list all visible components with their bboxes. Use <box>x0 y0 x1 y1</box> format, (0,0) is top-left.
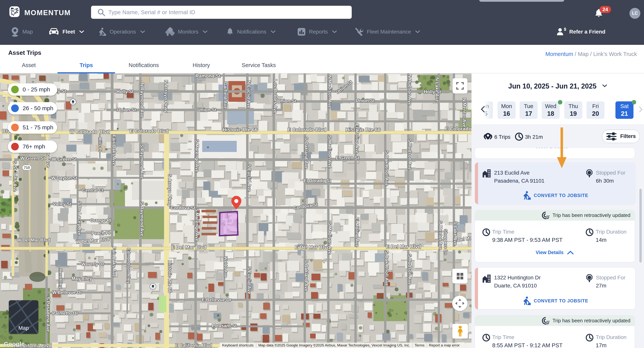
svg-text:Pleasant St: Pleasant St <box>212 323 236 328</box>
svg-text:S Oak Knoll Ave: S Oak Knoll Ave <box>384 251 390 286</box>
svg-text:E Colorado Blvd: E Colorado Blvd <box>288 127 326 132</box>
svg-text:El Dorado St: El Dorado St <box>304 178 331 183</box>
svg-text:Mills Pl: Mills Pl <box>98 137 102 152</box>
svg-text:May Alley: May Alley <box>72 276 92 281</box>
svg-text:Waverly Dr: Waverly Dr <box>81 262 104 266</box>
svg-text:N Mentor Ave: N Mentor Ave <box>462 98 467 128</box>
svg-text:S Marengo Ave: S Marengo Ave <box>194 208 200 241</box>
svg-text:W Dayton St: W Dayton St <box>51 176 77 180</box>
svg-text:Cordova St: Cordova St <box>171 205 195 210</box>
svg-text:Historic Rte 66: Historic Rte 66 <box>167 260 172 292</box>
svg-text:W Bellevue Dr: W Bellevue Dr <box>52 290 82 295</box>
svg-text:N Lake Ave: N Lake Ave <box>434 78 440 102</box>
svg-text:El Molino Ave: El Molino Ave <box>354 217 360 247</box>
svg-text:Herr Alley: Herr Alley <box>58 268 63 288</box>
svg-text:Orange Pl: Orange Pl <box>90 218 111 223</box>
svg-text:S Madison Ave: S Madison Ave <box>327 222 332 254</box>
svg-text:Union St: Union St <box>198 107 216 112</box>
svg-text:Peach Pl: Peach Pl <box>92 231 110 236</box>
svg-text:Holly St: Holly St <box>116 89 134 94</box>
svg-text:$: $ <box>564 28 566 32</box>
svg-text:S St John Ave: S St John Ave <box>12 161 18 192</box>
svg-text:S Mentor Ave: S Mentor Ave <box>438 221 443 250</box>
svg-text:N Raymond Ave: N Raymond Ave <box>140 83 145 118</box>
svg-text:S Oakland Ave: S Oakland Ave <box>304 260 309 292</box>
svg-text:E Del Mar Blvd: E Del Mar Blvd <box>295 244 330 250</box>
svg-text:N Hudson Ave: N Hudson Ave <box>407 74 412 105</box>
svg-text:Union St: Union St <box>277 98 296 104</box>
svg-text:Edmondson Alley: Edmondson Alley <box>126 248 131 284</box>
svg-text:Central Ct: Central Ct <box>82 188 103 193</box>
svg-text:Historic Rte 66: Historic Rte 66 <box>346 127 380 132</box>
svg-text:Palmetto Dr: Palmetto Dr <box>52 311 78 316</box>
svg-text:S Oak Knoll Ave: S Oak Knoll Ave <box>384 150 390 186</box>
svg-text:E Del Mar Blvd: E Del Mar Blvd <box>386 244 421 250</box>
svg-text:E Del Mar Blvd: E Del Mar Blvd <box>171 244 206 250</box>
svg-text:Fair Oaks Ave: Fair Oaks Ave <box>112 247 117 277</box>
svg-text:N Madison Ave: N Madison Ave <box>327 75 332 108</box>
svg-text:N Arroyo Pkwy: N Arroyo Pkwy <box>164 80 169 113</box>
svg-text:E Green St: E Green St <box>336 155 360 160</box>
svg-text:Union St: Union St <box>117 107 136 112</box>
svg-text:S Arroyo Pkwy: S Arroyo Pkwy <box>167 174 172 206</box>
svg-text:W Colorado Blvd: W Colorado Blvd <box>70 129 110 135</box>
svg-text:S Lake Ave: S Lake Ave <box>453 221 458 246</box>
svg-text:S Raymond Ave: S Raymond Ave <box>140 144 145 179</box>
svg-text:Union St: Union St <box>356 98 375 103</box>
svg-text:E Colorado B: E Colorado B <box>445 126 472 132</box>
svg-text:Waldo Ave: Waldo Ave <box>223 256 228 278</box>
svg-text:S Madison Ave: S Madison Ave <box>327 136 332 168</box>
svg-text:S Hudson Ave: S Hudson Ave <box>407 139 412 170</box>
svg-text:Historic Rte 66: Historic Rte 66 <box>222 127 258 132</box>
svg-text:710: 710 <box>24 166 30 170</box>
svg-text:S De Lacey Ave: S De Lacey Ave <box>77 202 82 236</box>
svg-text:W Green St: W Green St <box>20 156 45 161</box>
svg-text:W Green St: W Green St <box>52 156 76 162</box>
svg-text:S Pasadena Ave: S Pasadena Ave <box>46 297 51 332</box>
svg-text:S Euclid Ave: S Euclid Ave <box>247 164 252 192</box>
svg-text:S Oakland Ave: S Oakland Ave <box>304 137 309 169</box>
svg-text:El Molino Ave: El Molino Ave <box>354 124 360 154</box>
svg-text:E California Blvd: E California Blvd <box>175 343 212 348</box>
svg-text:Los Robles Ave: Los Robles Ave <box>273 79 278 114</box>
svg-text:E Colorado Blvd: E Colorado Blvd <box>130 128 168 134</box>
svg-text:S Raymond Ave: S Raymond Ave <box>140 202 145 236</box>
svg-text:Valley St: Valley St <box>53 202 71 206</box>
svg-text:N Euclid Ave: N Euclid Ave <box>246 81 252 108</box>
svg-text:S Euclid Ave: S Euclid Ave <box>247 266 252 294</box>
svg-text:W Del Mar Blvd: W Del Mar Blvd <box>17 238 50 242</box>
svg-text:S Hudson Ave: S Hudson Ave <box>407 254 412 285</box>
svg-text:Garfield Ave: Garfield Ave <box>223 82 228 109</box>
svg-text:Fair Oaks Ave: Fair Oaks Ave <box>112 135 117 165</box>
svg-text:E Bellevue Dr: E Bellevue Dr <box>202 297 232 302</box>
svg-text:S Marengo Ave: S Marengo Ave <box>194 139 200 172</box>
svg-text:Shoppers Ln: Shoppers Ln <box>443 229 448 255</box>
svg-text:Ramona St: Ramona St <box>196 74 220 78</box>
